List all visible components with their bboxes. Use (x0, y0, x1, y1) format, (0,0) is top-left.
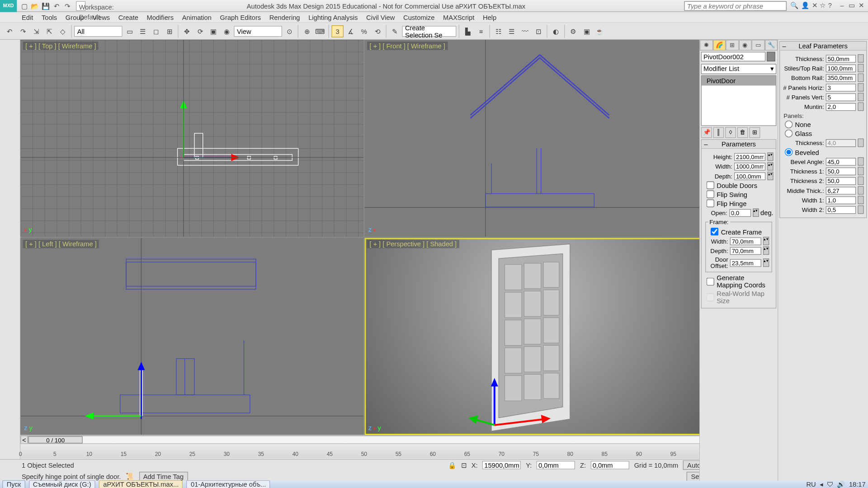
material-editor-button[interactable]: ◐ (550, 25, 562, 37)
menu-maxscript[interactable]: MAXScript (443, 14, 474, 21)
spinner-icon[interactable] (858, 83, 863, 92)
render-setup-button[interactable]: ⚙ (567, 25, 580, 37)
snap-toggle-button[interactable]: 3 (331, 25, 344, 37)
menu-rendering[interactable]: Rendering (269, 14, 300, 21)
menu-create[interactable]: Create (118, 14, 138, 21)
viewport-label[interactable]: [ + ] [ Perspective ] [ Shaded ] (367, 240, 459, 249)
taskbar-item[interactable]: аРХИТ ОБЪЕКТЫ.max... (99, 480, 183, 488)
bottom-rail-input[interactable] (826, 74, 856, 81)
menu-animation[interactable]: Animation (182, 14, 212, 21)
select-object-button[interactable]: ▭ (123, 25, 136, 37)
viewport-front[interactable]: [ + ] [ Front ] [ Wireframe ] z x (365, 40, 708, 237)
object-name-input[interactable] (701, 52, 766, 61)
flip-swing-checkbox[interactable] (707, 190, 714, 198)
create-frame-checkbox[interactable] (711, 228, 718, 235)
spinner-icon[interactable]: ▴▾ (767, 172, 773, 180)
middle-thick-input[interactable] (826, 187, 856, 194)
curve-editor-button[interactable]: 〰 (519, 25, 531, 37)
menu-edit[interactable]: Edit (22, 14, 33, 21)
viewport-label[interactable]: [ + ] [ Left ] [ Wireframe ] (23, 240, 99, 249)
rollout-header[interactable]: Leaf Parameters (780, 42, 866, 51)
workspace-dropdown[interactable]: Workspace: Default (76, 1, 85, 10)
tab-motion[interactable]: ◉ (739, 40, 752, 51)
panels-glass-radio[interactable] (785, 130, 793, 137)
spinner-icon[interactable] (858, 93, 863, 101)
rollout-header[interactable]: Parameters (702, 140, 776, 149)
restore-button[interactable]: ▭ (848, 2, 856, 9)
named-selection-dropdown[interactable]: Create Selection Se (402, 26, 456, 37)
window-crossing-button[interactable]: ⊞ (163, 25, 175, 37)
select-move-button[interactable]: ✥ (181, 25, 193, 37)
select-rotate-button[interactable]: ⟳ (194, 25, 206, 37)
time-track[interactable]: 0 / 100 (28, 436, 700, 444)
viewport-perspective[interactable]: [ + ] [ Perspective ] [ Shaded ] z x y (365, 238, 708, 435)
door-offset-input[interactable] (730, 259, 761, 267)
menu-graph-editors[interactable]: Graph Editors (220, 14, 261, 21)
frame-width-input[interactable] (730, 237, 761, 245)
tab-create[interactable]: ✺ (700, 40, 713, 51)
spinner-icon[interactable] (858, 186, 863, 195)
stack-item[interactable]: PivotDoor (702, 76, 776, 85)
tab-hierarchy[interactable]: ⊞ (726, 40, 739, 51)
select-place-button[interactable]: ◉ (221, 25, 233, 37)
time-handle[interactable]: 0 / 100 (28, 436, 83, 443)
mirror-button[interactable]: ▙ (462, 25, 474, 37)
show-end-icon[interactable]: ║ (713, 127, 724, 138)
unique-icon[interactable]: ◊ (725, 127, 736, 138)
redo-button[interactable]: ↷ (17, 25, 29, 37)
time-prev-button[interactable]: < (20, 436, 28, 444)
start-button[interactable]: Пуск (2, 480, 25, 488)
search-icon[interactable]: 🔍 (790, 2, 799, 9)
pivot-button[interactable]: ⊙ (283, 25, 296, 37)
tray-icon[interactable]: 🛡 (827, 481, 834, 488)
panels-vert-input[interactable] (826, 93, 856, 101)
leaf-thickness-input[interactable] (826, 55, 856, 62)
double-doors-checkbox[interactable] (707, 181, 714, 189)
modifier-list-dropdown[interactable]: Modifier List▾ (701, 64, 777, 74)
pin-stack-icon[interactable]: 📌 (701, 127, 712, 138)
width1-input[interactable] (826, 196, 856, 204)
viewport-left[interactable]: [ + ] [ Left ] [ Wireframe ] z y (20, 238, 363, 435)
coord-z-input[interactable] (591, 461, 629, 469)
keyboard-button[interactable]: ⌨ (314, 25, 326, 37)
thickness1-input[interactable] (826, 167, 856, 175)
spinner-icon[interactable] (858, 64, 863, 72)
spinner-icon[interactable]: ▴▾ (767, 162, 773, 171)
spinner-snap-button[interactable]: ⟲ (371, 25, 383, 37)
depth-input[interactable] (734, 172, 765, 180)
tray-icon[interactable]: 🔊 (837, 480, 845, 488)
undo-icon[interactable]: ↶ (52, 1, 61, 10)
gen-mapping-checkbox[interactable] (707, 277, 714, 285)
layers-button[interactable]: ☷ (492, 25, 505, 37)
favorite-icon[interactable]: ☆ (820, 2, 826, 9)
spinner-icon[interactable]: ▴▾ (767, 152, 773, 161)
remove-mod-icon[interactable]: 🗑 (737, 127, 748, 138)
help-search-input[interactable] (684, 1, 787, 10)
spinner-icon[interactable] (858, 54, 863, 63)
minimize-button[interactable]: – (838, 2, 846, 9)
spinner-icon[interactable]: ▴▾ (763, 258, 769, 267)
render-button[interactable]: ☕ (594, 25, 606, 37)
panels-beveled-radio[interactable] (785, 148, 793, 156)
menu-help[interactable]: Help (483, 14, 496, 21)
scene-explorer-button[interactable]: ☰ (506, 25, 518, 37)
app-logo[interactable]: MXD (0, 0, 17, 12)
taskbar-item[interactable]: 01-Архитектурные объ... (187, 480, 270, 488)
script-icon[interactable]: 📜 (126, 473, 134, 480)
bevel-angle-input[interactable] (826, 158, 856, 165)
flip-hinge-checkbox[interactable] (707, 199, 714, 207)
coord-y-input[interactable] (537, 461, 575, 469)
menu-civil-view[interactable]: Civil View (366, 14, 395, 21)
help-icon[interactable]: ? (828, 2, 832, 9)
ref-coord-dropdown[interactable]: View (234, 26, 282, 37)
link-button[interactable]: ⇲ (30, 25, 42, 37)
frame-depth-input[interactable] (730, 247, 761, 254)
width-input[interactable] (734, 162, 765, 170)
schematic-button[interactable]: ⊡ (532, 25, 544, 37)
clock[interactable]: 18:17 (849, 481, 866, 488)
spinner-icon[interactable] (858, 74, 863, 82)
new-icon[interactable]: ▢ (19, 1, 29, 10)
panels-none-radio[interactable] (785, 121, 793, 128)
lang-indicator[interactable]: RU (806, 481, 816, 488)
keymode-icon[interactable]: ⊡ (461, 461, 467, 469)
